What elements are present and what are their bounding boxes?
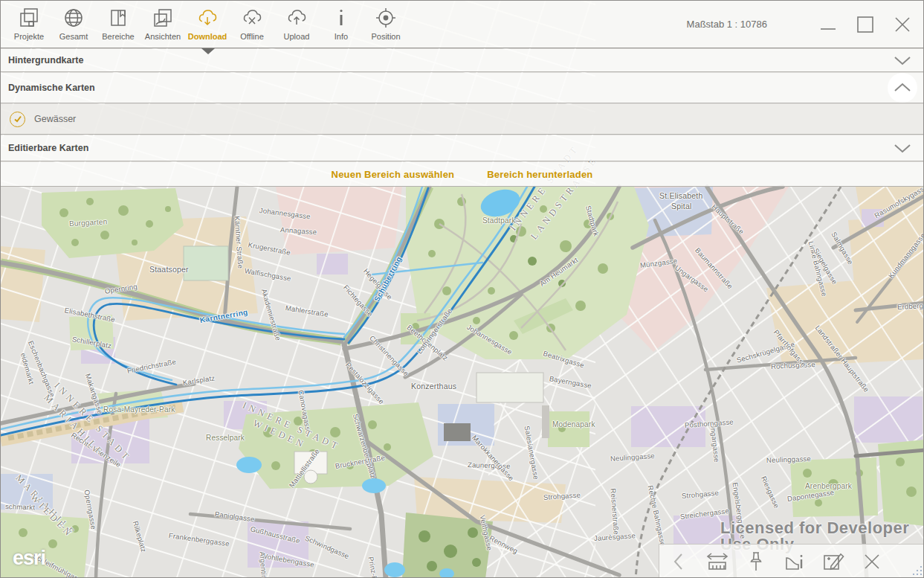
active-tool-pointer xyxy=(201,48,215,54)
pin-icon xyxy=(746,550,766,574)
tool-projekte[interactable]: Projekte xyxy=(7,1,51,48)
close-toolbar-button[interactable] xyxy=(853,545,891,578)
scale-label: Maßstab 1 : 10786 xyxy=(687,19,767,30)
tool-label: Projekte xyxy=(14,32,44,41)
pin-button[interactable] xyxy=(737,545,775,578)
topbar-right: Maßstab 1 : 10786 xyxy=(687,14,923,35)
park-label: Rosa-Mayreder-Park xyxy=(103,405,175,414)
chevron-down-icon[interactable] xyxy=(892,54,913,66)
section-title: Dynamische Karten xyxy=(1,83,95,93)
section-dynamische-karten[interactable]: Dynamische Karten xyxy=(1,73,923,103)
tool-label: Offline xyxy=(240,32,264,41)
close-icon xyxy=(862,552,882,571)
park-label: Modenapark xyxy=(552,420,595,428)
street-label: Neulinggasse xyxy=(766,455,811,464)
chevron-down-icon[interactable] xyxy=(892,142,913,154)
map-toolbar xyxy=(659,544,924,578)
close-button[interactable] xyxy=(892,14,913,35)
tool-offline[interactable]: Offline xyxy=(230,1,274,48)
place-label: Spital xyxy=(671,202,691,211)
download-cloud-icon xyxy=(196,6,219,30)
tool-position[interactable]: Position xyxy=(364,1,408,48)
street-label: Erdbergstraße xyxy=(897,301,924,311)
tool-label: Download xyxy=(188,32,227,41)
place-label: Staatsoper xyxy=(149,265,189,274)
section-editierbare-karten[interactable]: Editierbare Karten xyxy=(1,135,923,161)
edit-button[interactable] xyxy=(814,545,853,578)
section-hintergrundkarte[interactable]: Hintergrundkarte xyxy=(1,49,923,72)
esri-logo: esri xyxy=(13,547,45,570)
layer-name: Gewässer xyxy=(34,114,76,124)
measure-button[interactable] xyxy=(698,545,737,578)
tool-group: Projekte Gesamt Bereiche xyxy=(1,1,408,48)
place-label: Konzerthaus xyxy=(411,382,456,391)
park-label: Arenbergpark xyxy=(805,482,852,490)
back-chevron-icon xyxy=(671,552,687,571)
resize-grip[interactable] xyxy=(911,565,923,577)
tool-label: Gesamt xyxy=(59,32,88,41)
upload-cloud-icon xyxy=(285,6,308,30)
park-label: Stadtpark xyxy=(482,216,516,225)
views-icon xyxy=(151,6,175,30)
collapse-toolbar-button[interactable] xyxy=(659,545,698,578)
layer-row-gewaesser[interactable]: Gewässer xyxy=(1,104,923,135)
tool-label: Bereiche xyxy=(102,32,134,41)
areas-book-icon xyxy=(106,6,130,30)
identify-icon xyxy=(783,550,807,573)
identify-button[interactable] xyxy=(775,545,814,578)
tool-info[interactable]: Info xyxy=(319,1,364,48)
maximize-button[interactable] xyxy=(855,14,876,35)
tool-ansichten[interactable]: Ansichten xyxy=(140,1,185,48)
tool-gesamt[interactable]: Gesamt xyxy=(51,1,96,48)
section-title: Hintergrundkarte xyxy=(1,55,83,65)
tool-label: Ansichten xyxy=(145,32,181,41)
tool-label: Position xyxy=(371,32,400,41)
section-title: Editierbare Karten xyxy=(1,143,88,153)
offline-cloud-icon xyxy=(240,6,264,30)
projects-icon xyxy=(17,6,41,30)
edit-icon xyxy=(821,550,845,573)
street-label: schmarkt xyxy=(5,502,36,511)
globe-icon xyxy=(62,6,85,30)
tool-bereiche[interactable]: Bereiche xyxy=(96,1,140,48)
park-label: Resselpark xyxy=(206,434,245,442)
tool-upload[interactable]: Upload xyxy=(274,1,319,48)
measure-icon xyxy=(705,550,730,573)
select-new-area-button[interactable]: Neuen Bereich auswählen xyxy=(332,169,455,180)
app-window: Licensed for Developer Use Only esri Pro… xyxy=(0,0,924,578)
tool-label: Info xyxy=(335,32,348,41)
download-area-button[interactable]: Bereich herunterladen xyxy=(487,169,592,180)
layer-checked-icon[interactable] xyxy=(10,112,25,127)
tool-label: Upload xyxy=(284,32,310,41)
place-label: St.Elisabeth xyxy=(659,191,702,200)
area-actions-row: Neuen Bereich auswählen Bereich herunter… xyxy=(1,162,923,187)
tool-download[interactable]: Download xyxy=(185,1,230,48)
info-icon xyxy=(329,6,353,30)
minimize-button[interactable] xyxy=(818,14,839,35)
chevron-up-icon[interactable] xyxy=(892,82,913,94)
position-target-icon xyxy=(374,6,398,30)
top-toolbar: Projekte Gesamt Bereiche xyxy=(1,1,923,48)
